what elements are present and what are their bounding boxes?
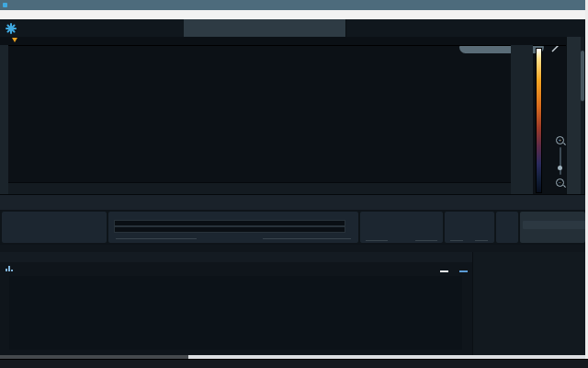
rx-logo-icon [6,23,17,34]
app-icon [3,3,7,7]
history-panel [520,212,585,243]
bottom-panel-tabs: ▤ [0,245,585,252]
spectrum-icon [6,255,14,271]
zoom-out-vertical-icon[interactable]: − [556,178,564,187]
statistics-table [395,264,585,355]
tab-bar [0,19,588,37]
editor-toolbar: ◆ ≋ − + ▫ ▪ − + [0,194,588,211]
vertical-zoom-controls: + − [556,136,565,193]
vertical-zoom-knob[interactable] [558,166,562,170]
spectrogram-colorbar [536,48,542,193]
zoom-in-vertical-icon[interactable]: + [556,136,564,144]
playhead-pin-icon[interactable] [12,38,17,45]
title-bar [0,0,588,10]
spectrum-panel-header [0,252,472,262]
meter-bar-right [114,226,345,233]
module-icon-column [566,37,581,194]
tab-untitled[interactable] [46,19,190,37]
channel-strip [0,45,8,194]
frequency-axis [511,45,533,194]
level-meters-panel [108,212,358,243]
windows-taskbar [0,359,588,368]
tab-active-file[interactable] [184,19,346,37]
vertical-zoom-slider[interactable] [560,147,561,175]
cursor-panel [496,212,518,243]
colorbar-scale [543,46,557,193]
menu-bar [0,10,588,19]
selection-panel [360,212,443,243]
time-ruler[interactable] [8,182,511,195]
history-item[interactable] [523,221,587,229]
module-scrollbar-thumb[interactable] [581,51,584,101]
meter-bar-left [114,220,345,226]
transport-panel [2,212,107,243]
freq-range-panel [445,212,494,243]
transport-bar [0,210,588,245]
spectrogram-waveform-display[interactable] [8,45,511,182]
